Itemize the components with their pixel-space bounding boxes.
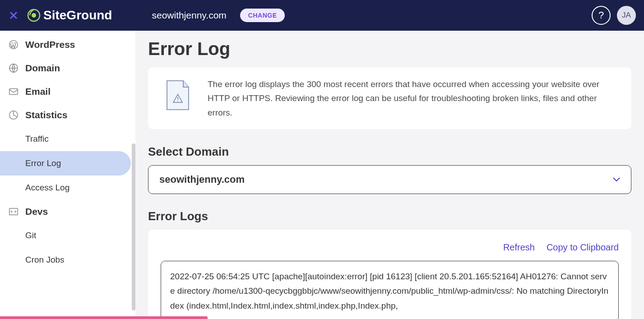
logo[interactable]: SiteGround <box>27 8 112 23</box>
main-content: Error Log The error log displays the 300… <box>135 31 644 319</box>
copy-clipboard-button[interactable]: Copy to Clipboard <box>547 242 619 253</box>
header-right: ? JA <box>592 6 636 25</box>
sidebar-item-email[interactable]: Email <box>0 80 135 103</box>
refresh-button[interactable]: Refresh <box>503 242 535 253</box>
sidebar-item-devs[interactable]: Devs <box>0 200 135 223</box>
sidebar-item-label: Statistics <box>25 110 67 120</box>
sidebar-item-statistics[interactable]: Statistics <box>0 103 135 127</box>
change-domain-button[interactable]: CHANGE <box>240 9 285 22</box>
info-text: The error log displays the 300 most rece… <box>208 77 614 120</box>
selected-domain-text: seowithjenny.com <box>159 174 245 185</box>
svg-rect-4 <box>9 89 18 95</box>
info-card: The error log displays the 300 most rece… <box>148 67 631 129</box>
progress-bar <box>0 316 208 319</box>
error-logs-title: Error Logs <box>148 209 631 223</box>
sidebar-item-wordpress[interactable]: WordPress <box>0 33 135 56</box>
log-card: Refresh Copy to Clipboard 2022-07-25 06:… <box>148 230 631 319</box>
top-header: SiteGround seowithjenny.com CHANGE ? JA <box>0 0 644 31</box>
sidebar-subitem-access-log[interactable]: Access Log <box>0 176 135 200</box>
pie-icon <box>8 110 19 120</box>
help-icon: ? <box>598 9 604 21</box>
svg-point-8 <box>177 101 178 102</box>
sidebar-scrollbar[interactable] <box>132 143 135 310</box>
envelope-icon <box>8 86 19 97</box>
sidebar-subitem-error-log[interactable]: Error Log <box>0 151 131 176</box>
sidebar-item-label: Domain <box>25 63 60 74</box>
page-title: Error Log <box>148 39 631 59</box>
help-button[interactable]: ? <box>592 6 611 25</box>
sidebar: WordPress Domain Email Statistics Traffi… <box>0 31 135 319</box>
logo-icon <box>27 9 41 22</box>
sidebar-item-label: Email <box>25 86 51 97</box>
document-warning-icon <box>165 80 190 113</box>
wordpress-icon <box>8 39 19 50</box>
chevron-down-icon <box>613 176 620 184</box>
sidebar-item-label: Devs <box>25 206 48 217</box>
close-icon <box>9 11 18 20</box>
select-domain-title: Select Domain <box>148 145 631 159</box>
globe-icon <box>8 63 19 74</box>
code-icon <box>8 206 19 217</box>
layout: WordPress Domain Email Statistics Traffi… <box>0 31 644 319</box>
sidebar-item-label: WordPress <box>25 39 75 50</box>
sidebar-subitem-git[interactable]: Git <box>0 223 135 248</box>
close-button[interactable] <box>8 10 19 21</box>
log-output[interactable]: 2022-07-25 06:54:25 UTC [apache][autoind… <box>161 261 619 319</box>
sidebar-item-domain[interactable]: Domain <box>0 56 135 80</box>
logo-text: SiteGround <box>43 8 112 23</box>
svg-point-1 <box>32 13 36 18</box>
sidebar-subitem-cron-jobs[interactable]: Cron Jobs <box>0 248 135 272</box>
current-domain: seowithjenny.com <box>152 10 226 21</box>
log-actions: Refresh Copy to Clipboard <box>161 242 619 253</box>
domain-select[interactable]: seowithjenny.com <box>148 165 631 194</box>
avatar[interactable]: JA <box>617 6 636 25</box>
sidebar-subitem-traffic[interactable]: Traffic <box>0 127 135 151</box>
